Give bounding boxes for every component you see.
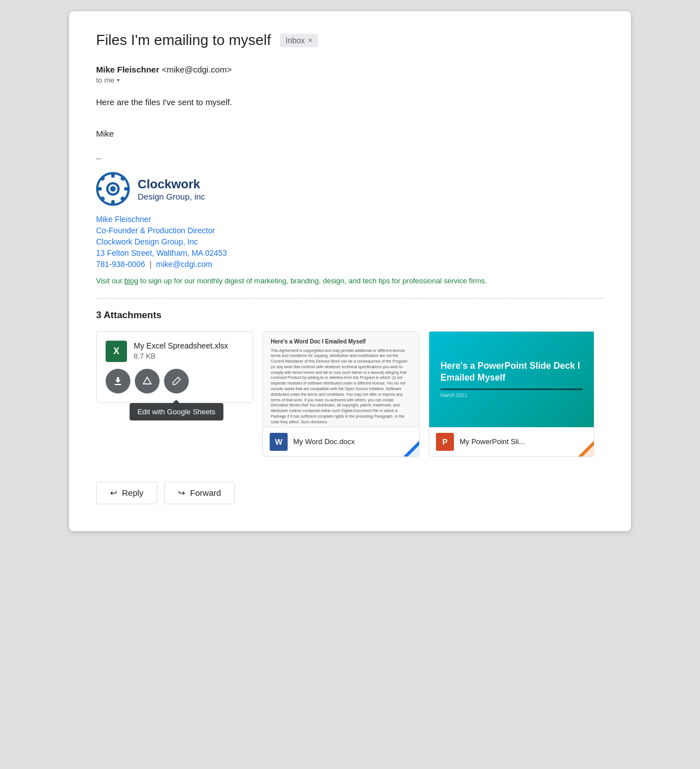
attachment-ppt: Here's a PowerPoint Slide Deck I Emailed… (429, 331, 594, 457)
svg-rect-4 (124, 187, 129, 191)
ppt-card-footer: P My PowerPoint Sli... (429, 427, 594, 456)
logo-work-text: work (171, 177, 200, 191)
attachment-word: Here's a Word Doc I Emailed Myself This … (262, 331, 420, 457)
download-button[interactable] (106, 369, 130, 393)
inbox-label: Inbox (285, 36, 304, 45)
action-buttons-row: ↩ Reply ↪ Forward (96, 475, 604, 504)
svg-point-10 (110, 186, 116, 192)
close-icon[interactable]: × (308, 36, 313, 44)
word-corner-inner (408, 445, 419, 456)
ppt-preview: Here's a PowerPoint Slide Deck I Emailed… (429, 332, 594, 427)
edit-tooltip: Edit with Google Sheets (130, 403, 224, 420)
sig-title-link[interactable]: Co-Founder & Production Director (96, 226, 604, 235)
logo-clock-text: Clock (138, 177, 171, 191)
sig-phone-row: 781-938-0006 | mike@cdgi.com (96, 260, 604, 269)
sig-email-link[interactable]: mike@cdgi.com (156, 260, 212, 269)
ppt-filename: My PowerPoint Sli... (460, 437, 525, 446)
ppt-icon: P (436, 433, 454, 451)
word-icon-letter: W (275, 437, 282, 446)
word-preview-text: This Agreement is copyrighted and may pr… (271, 348, 411, 425)
sender-email: <mike@cdgi.com> (162, 65, 231, 74)
add-to-drive-button[interactable] (135, 369, 160, 393)
word-icon: W (270, 433, 288, 451)
signature-logo: Clockwork Design Group, inc (96, 172, 604, 206)
sig-address: 13 Felton Street, Waltham, MA 02453 (96, 248, 604, 257)
word-preview-title: Here's a Word Doc I Emailed Myself (271, 338, 411, 345)
gear-icon (96, 172, 130, 206)
signature-separator: -- (96, 154, 604, 163)
excel-size: 8.7 KB (134, 352, 228, 360)
chevron-down-icon: ▾ (117, 77, 120, 83)
body-text: Here are the files I've sent to myself. (96, 96, 604, 109)
svg-marker-12 (143, 377, 151, 384)
attachments-header: 3 Attachments (96, 310, 604, 321)
sig-promo-text: Visit our blog to sign up for our monthl… (96, 277, 487, 285)
ppt-slide-bar (440, 388, 583, 390)
sig-separator: | (149, 260, 152, 269)
sig-name-link[interactable]: Mike Fleischner (96, 215, 604, 224)
signature-name: Mike (96, 127, 604, 141)
logo-clockwork: Clockwork (138, 177, 205, 192)
inbox-badge: Inbox × (280, 34, 318, 47)
excel-actions: Edit with Google Sheets (106, 369, 244, 393)
forward-button[interactable]: ↪ Forward (164, 482, 235, 504)
svg-rect-11 (115, 384, 121, 385)
logo-design-text: Design Group, inc (138, 192, 205, 201)
email-header: Files I'm emailing to myself Inbox × (96, 31, 604, 49)
excel-icon: X (106, 341, 127, 362)
ppt-slide-date: March 2021 (440, 392, 583, 398)
edit-with-sheets-button[interactable] (164, 369, 189, 393)
reply-icon: ↩ (110, 488, 117, 498)
ppt-corner-inner (583, 445, 594, 456)
svg-rect-2 (111, 200, 115, 205)
svg-rect-1 (111, 173, 115, 178)
sig-phone: 781-938-0006 (96, 260, 145, 269)
ppt-preview-content: Here's a PowerPoint Slide Deck I Emailed… (429, 332, 594, 427)
sender-block: Mike Fleischner <mike@cdgi.com> to me ▾ (96, 65, 604, 84)
attachment-excel: X My Excel Spreadsheet.xlsx 8.7 KB (96, 331, 253, 403)
excel-icon-letter: X (113, 346, 120, 356)
email-subject: Files I'm emailing to myself (96, 31, 271, 49)
excel-card-inner: X My Excel Spreadsheet.xlsx 8.7 KB (106, 341, 244, 362)
forward-label: Forward (190, 488, 221, 497)
excel-info: My Excel Spreadsheet.xlsx 8.7 KB (134, 341, 228, 360)
sender-line: Mike Fleischner <mike@cdgi.com> (96, 65, 604, 75)
reply-button[interactable]: ↩ Reply (96, 482, 157, 504)
sender-name: Mike Fleischner (96, 65, 160, 74)
sig-promo: Visit our blog to sign up for our monthl… (96, 275, 604, 287)
svg-rect-3 (97, 187, 102, 191)
word-card-footer: W My Word Doc.docx (263, 427, 419, 456)
word-preview: Here's a Word Doc I Emailed Myself This … (263, 332, 419, 427)
reply-label: Reply (122, 488, 143, 497)
forward-icon: ↪ (178, 488, 185, 498)
attachments-row: X My Excel Spreadsheet.xlsx 8.7 KB (96, 331, 604, 457)
edit-btn-wrapper: Edit with Google Sheets (164, 369, 189, 393)
email-container: Files I'm emailing to myself Inbox × Mik… (69, 11, 631, 531)
excel-filename: My Excel Spreadsheet.xlsx (134, 341, 228, 351)
to-me[interactable]: to me ▾ (96, 76, 604, 84)
word-filename: My Word Doc.docx (293, 437, 355, 446)
attachments-divider (96, 298, 604, 298)
ppt-slide-title: Here's a PowerPoint Slide Deck I Emailed… (440, 360, 583, 384)
logo-text: Clockwork Design Group, inc (138, 177, 205, 201)
sig-company-link[interactable]: Clockwork Design Group, Inc (96, 237, 604, 246)
email-body: Here are the files I've sent to myself. … (96, 96, 604, 141)
ppt-icon-letter: P (442, 437, 447, 446)
blog-link[interactable]: blog (124, 277, 138, 285)
to-me-label: to me (96, 76, 115, 84)
